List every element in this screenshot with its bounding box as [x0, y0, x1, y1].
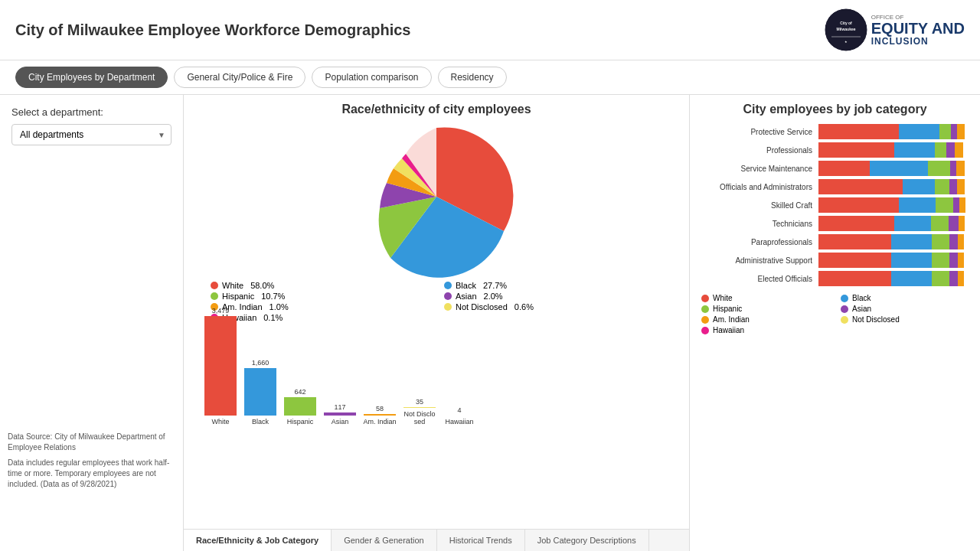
h-bar-row: Administrative Support: [701, 253, 969, 268]
h-bar-label: Administrative Support: [701, 256, 812, 265]
city-milwaukee-logo: City of Milwaukee ★: [824, 8, 868, 52]
bottom-tab-race-ethnicity[interactable]: Race/Ethnicity & Job Category: [184, 530, 332, 551]
bar-count: 3,479: [212, 307, 230, 315]
h-bar-label: Skilled Craft: [701, 201, 812, 210]
bottom-tab-gender-generation[interactable]: Gender & Generation: [332, 530, 437, 551]
bar-group: 4 Hawaiian: [442, 406, 477, 425]
h-bar-row: Protective Service: [701, 124, 969, 139]
h-bar-track: [818, 197, 965, 213]
bar-chart: 3,479 White 1,660 Black 642 Hispanic 117…: [195, 326, 678, 543]
right-legend-amindian: Am. Indian: [713, 315, 750, 324]
h-bar-segment: [949, 271, 958, 286]
bar-name: Hispanic: [283, 418, 318, 425]
h-bar-segment: [932, 234, 949, 249]
department-select[interactable]: All departments: [11, 124, 172, 145]
bottom-tab-historical-trends[interactable]: Historical Trends: [437, 530, 525, 551]
legend-asian-label: Asian: [456, 292, 477, 301]
h-bar-label: Professionals: [701, 146, 812, 155]
h-bar-segment: [818, 179, 903, 194]
bar-segment: [284, 397, 316, 416]
h-bar-segment: [956, 161, 965, 176]
h-bar-segment: [932, 271, 949, 286]
h-bar-label: Technicians: [701, 220, 812, 228]
h-bar-segment: [818, 161, 870, 176]
page-title: City of Milwaukee Employee Workforce Dem…: [15, 21, 824, 39]
right-legend-hawaiian: Hawaiian: [713, 326, 744, 334]
bar-group: 1,660 Black: [243, 359, 278, 425]
h-bar-segment: [958, 253, 964, 268]
h-bar-segment: [818, 271, 891, 286]
h-bar-label: Service Maintenance: [701, 165, 812, 173]
right-legend-asian: Asian: [852, 305, 871, 313]
h-bar-segment: [818, 216, 894, 231]
tab-residency[interactable]: Residency: [438, 67, 507, 88]
h-bar-track: [818, 142, 963, 158]
h-bar-track: [818, 216, 965, 231]
h-bar-segment: [899, 197, 936, 213]
h-bar-track: [818, 253, 964, 268]
inclusion-label: INCLUSION: [871, 36, 965, 47]
bottom-tabs: Race/Ethnicity & Job Category Gender & G…: [184, 529, 689, 551]
bar-group: 642 Hispanic: [283, 388, 318, 425]
h-bar-segment: [932, 253, 949, 268]
h-bar-row: Professionals: [701, 142, 969, 158]
h-bar-segment: [955, 142, 963, 158]
h-bar-segment: [949, 216, 959, 231]
legend-black-pct: 27.7%: [483, 281, 507, 290]
department-select-label: Select a department:: [11, 106, 172, 118]
right-legend-notdisclosed: Not Disclosed: [852, 315, 900, 324]
h-bar-segment: [894, 216, 931, 231]
tab-population-comparison[interactable]: Population comparison: [312, 67, 431, 88]
h-bar-segment: [870, 161, 928, 176]
h-bar-segment: [928, 161, 950, 176]
legend-amindian-pct: 1.0%: [270, 302, 289, 311]
bar-segment: [403, 407, 436, 408]
tab-city-employees-by-department[interactable]: City Employees by Department: [15, 67, 168, 88]
h-bar-row: Paraprofessionals: [701, 234, 969, 249]
bar-name: Hawaiian: [442, 418, 477, 425]
bar-group: 58 Am. Indian: [362, 405, 397, 425]
h-bar-segment: [891, 234, 932, 249]
legend-white-label: White: [222, 281, 243, 290]
bar-count: 4: [457, 406, 461, 414]
h-bar-segment: [894, 142, 935, 158]
right-legend-black: Black: [852, 294, 871, 302]
legend-notdisclosed-label: Not Disclosed: [456, 302, 508, 311]
bar-name: Am. Indian: [362, 418, 397, 425]
h-bar-segment: [949, 179, 957, 194]
header-logo: City of Milwaukee ★ OFFICE OF EQUITY AND…: [824, 8, 965, 52]
h-bar-segment: [935, 142, 946, 158]
h-bar-segment: [935, 179, 949, 194]
h-bar-segment: [818, 253, 891, 268]
h-bar-label: Paraprofessionals: [701, 238, 812, 246]
h-bar-row: Service Maintenance: [701, 161, 969, 176]
h-bar-segment: [959, 197, 965, 213]
legend-hawaiian-pct: 0.1%: [263, 313, 283, 322]
bar-count: 35: [416, 398, 423, 406]
right-legend: White Black Hispanic Asian Am. Indian: [701, 294, 969, 334]
h-bar-label: Protective Service: [701, 128, 812, 136]
pie-chart: [345, 120, 528, 273]
h-bar-row: Technicians: [701, 216, 969, 231]
bar-group: 117 Asian: [322, 403, 358, 425]
h-bar-segment: [818, 142, 894, 158]
legend-notdisclosed-pct: 0.6%: [514, 302, 534, 311]
data-source: Data Source: City of Milwaukee Departmen…: [8, 432, 176, 490]
svg-text:City of: City of: [840, 21, 852, 25]
bar-segment: [324, 412, 356, 416]
bottom-tab-job-descriptions[interactable]: Job Category Descriptions: [525, 530, 649, 551]
right-legend-hispanic: Hispanic: [713, 305, 742, 313]
h-bar-segment: [939, 124, 951, 139]
bar-count: 117: [334, 403, 345, 411]
nav-tabs: City Employees by Department General Cit…: [0, 60, 980, 95]
h-bar-segment: [950, 161, 956, 176]
bar-segment: [244, 368, 276, 416]
h-bar-segment: [949, 253, 958, 268]
tab-general-city-police-fire[interactable]: General City/Police & Fire: [174, 67, 305, 88]
h-bar-segment: [818, 197, 899, 213]
h-bar-segment: [951, 124, 957, 139]
h-bar-track: [818, 161, 965, 176]
bar-name: White: [203, 418, 238, 425]
pie-legend: White 58.0% Black 27.7% Hispanic 10.7% A…: [211, 281, 662, 322]
bar-count: 1,660: [252, 359, 270, 367]
